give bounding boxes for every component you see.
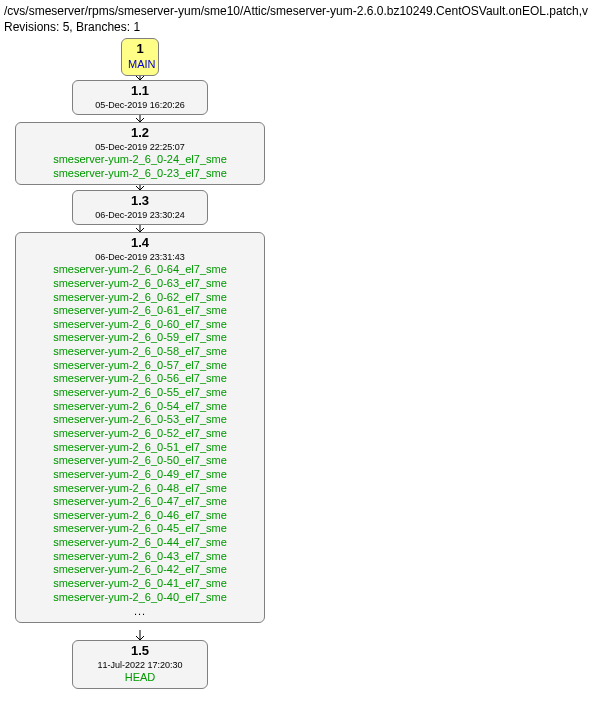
revision-tag: smeserver-yum-2_6_0-44_el7_sme — [22, 536, 258, 549]
node-1-3-date: 06-Dec-2019 23:30:24 — [79, 210, 201, 220]
revision-tag: smeserver-yum-2_6_0-61_el7_sme — [22, 304, 258, 317]
revision-tag: smeserver-yum-2_6_0-49_el7_sme — [22, 468, 258, 481]
revision-tag: smeserver-yum-2_6_0-23_el7_sme — [22, 167, 258, 180]
revision-tag: smeserver-yum-2_6_0-45_el7_sme — [22, 522, 258, 535]
node-1-2[interactable]: 1.2 05-Dec-2019 22:25:07 smeserver-yum-2… — [15, 122, 265, 185]
revision-tag: smeserver-yum-2_6_0-42_el7_sme — [22, 563, 258, 576]
node-1-4[interactable]: 1.4 06-Dec-2019 23:31:43 smeserver-yum-2… — [15, 232, 265, 623]
revision-tag: smeserver-yum-2_6_0-59_el7_sme — [22, 331, 258, 344]
revision-tag: smeserver-yum-2_6_0-60_el7_sme — [22, 318, 258, 331]
revision-tag: smeserver-yum-2_6_0-50_el7_sme — [22, 454, 258, 467]
node-1-5[interactable]: 1.5 11-Jul-2022 17:20:30 HEAD — [72, 640, 208, 689]
revision-tag: smeserver-yum-2_6_0-41_el7_sme — [22, 577, 258, 590]
node-main-label: MAIN — [128, 58, 152, 71]
node-1-5-date: 11-Jul-2022 17:20:30 — [79, 660, 201, 670]
revision-tag: smeserver-yum-2_6_0-46_el7_sme — [22, 509, 258, 522]
revision-tag: smeserver-yum-2_6_0-63_el7_sme — [22, 277, 258, 290]
revision-tag: smeserver-yum-2_6_0-57_el7_sme — [22, 359, 258, 372]
revision-tag: smeserver-yum-2_6_0-52_el7_sme — [22, 427, 258, 440]
node-1-1[interactable]: 1.1 05-Dec-2019 16:20:26 — [72, 80, 208, 115]
node-1-4-rev: 1.4 — [22, 236, 258, 251]
revision-tag: smeserver-yum-2_6_0-40_el7_sme — [22, 591, 258, 604]
node-1-3[interactable]: 1.3 06-Dec-2019 23:30:24 — [72, 190, 208, 225]
node-1-4-ellipsis: ... — [22, 605, 258, 618]
revision-tag: smeserver-yum-2_6_0-64_el7_sme — [22, 263, 258, 276]
revision-tag: smeserver-yum-2_6_0-51_el7_sme — [22, 441, 258, 454]
revision-tag: smeserver-yum-2_6_0-24_el7_sme — [22, 153, 258, 166]
node-1-5-head: HEAD — [79, 671, 201, 684]
node-1-3-rev: 1.3 — [79, 194, 201, 209]
node-1-1-date: 05-Dec-2019 16:20:26 — [79, 100, 201, 110]
revision-tag: smeserver-yum-2_6_0-47_el7_sme — [22, 495, 258, 508]
node-1-2-date: 05-Dec-2019 22:25:07 — [22, 142, 258, 152]
node-1-4-date: 06-Dec-2019 23:31:43 — [22, 252, 258, 262]
revision-tag: smeserver-yum-2_6_0-43_el7_sme — [22, 550, 258, 563]
node-main[interactable]: 1 MAIN — [121, 38, 159, 76]
revision-tag: smeserver-yum-2_6_0-58_el7_sme — [22, 345, 258, 358]
revision-tag: smeserver-yum-2_6_0-62_el7_sme — [22, 291, 258, 304]
revision-tag: smeserver-yum-2_6_0-55_el7_sme — [22, 386, 258, 399]
revision-tag: smeserver-yum-2_6_0-48_el7_sme — [22, 482, 258, 495]
node-1-1-rev: 1.1 — [79, 84, 201, 99]
file-path: /cvs/smeserver/rpms/smeserver-yum/sme10/… — [4, 4, 588, 18]
revision-tag: smeserver-yum-2_6_0-56_el7_sme — [22, 372, 258, 385]
node-main-rev: 1 — [128, 42, 152, 57]
revision-tag: smeserver-yum-2_6_0-54_el7_sme — [22, 400, 258, 413]
node-1-2-rev: 1.2 — [22, 126, 258, 141]
node-1-5-rev: 1.5 — [79, 644, 201, 659]
revisions-summary: Revisions: 5, Branches: 1 — [4, 20, 140, 34]
revision-tag: smeserver-yum-2_6_0-53_el7_sme — [22, 413, 258, 426]
